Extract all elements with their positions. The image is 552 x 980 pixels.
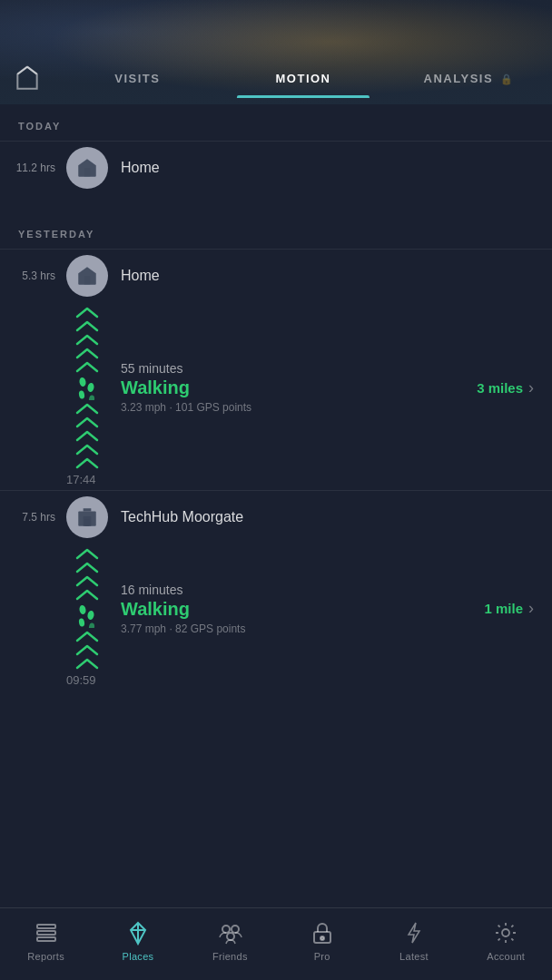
footprint-icon [74, 601, 100, 630]
activity-distance: 1 mile [484, 601, 523, 616]
svg-point-11 [88, 622, 94, 628]
svg-point-9 [87, 610, 95, 620]
tab-motion[interactable]: MOTION [221, 72, 387, 98]
nav-label-places: Places [123, 951, 154, 962]
footprint-icon [74, 373, 100, 402]
activity-details: 3.77 mph · 82 GPS points [121, 622, 484, 635]
stack-icon [33, 919, 60, 946]
visit-duration: 11.2 hrs [14, 162, 66, 174]
friends-icon [216, 919, 243, 946]
place-name: TechHub Moorgate [121, 509, 243, 525]
svg-point-3 [87, 382, 95, 392]
nav-label-pro: Pro [314, 951, 330, 962]
svg-point-8 [79, 604, 87, 614]
main-content: TODAY 11.2 hrs Home YESTERDAY 5.3 hrs Ho… [0, 104, 552, 907]
nav-label-latest: Latest [399, 951, 429, 962]
upper-chevrons [74, 547, 100, 601]
activity-type: Walking [121, 599, 484, 620]
activity-info: 55 minutes Walking 3.23 mph · 101 GPS po… [108, 306, 477, 469]
activity-type: Walking [121, 377, 477, 398]
svg-point-22 [502, 929, 509, 936]
nav-item-reports[interactable]: Reports [15, 919, 78, 962]
lower-chevrons [74, 402, 100, 469]
place-name: Home [121, 160, 160, 176]
nav-label-reports: Reports [27, 951, 64, 962]
place-icon [66, 496, 108, 538]
svg-line-1 [27, 67, 37, 74]
svg-point-4 [78, 390, 84, 399]
activity-info: 16 minutes Walking 3.77 mph · 82 GPS poi… [108, 547, 484, 670]
activity-details: 3.23 mph · 101 GPS points [121, 401, 477, 414]
motion-segment[interactable]: 16 minutes Walking 3.77 mph · 82 GPS poi… [0, 547, 552, 670]
timestamp-row: 17:44 [0, 469, 552, 490]
svg-point-2 [79, 377, 87, 387]
nav-item-places[interactable]: Places [106, 919, 170, 962]
gear-icon [492, 919, 519, 946]
svg-point-10 [78, 618, 84, 627]
svg-point-17 [222, 926, 230, 933]
section-today-header: TODAY [0, 104, 552, 141]
place-icon [66, 147, 108, 189]
chevrons-column [66, 306, 108, 469]
section-yesterday-header: YESTERDAY [0, 212, 552, 249]
motion-segment[interactable]: 55 minutes Walking 3.23 mph · 101 GPS po… [0, 306, 552, 469]
activity-right: 3 miles › [477, 306, 534, 469]
logo-icon [0, 64, 54, 104]
svg-rect-13 [37, 931, 55, 935]
visit-row: 11.2 hrs Home [0, 141, 552, 198]
visit-row: 5.3 hrs Home [0, 249, 552, 306]
svg-point-19 [227, 933, 234, 940]
visit-duration: 7.5 hrs [14, 511, 66, 524]
location-icon [124, 919, 152, 946]
bottom-nav: Reports Places Friends [0, 907, 552, 980]
upper-chevrons [74, 306, 100, 373]
lower-chevrons [74, 630, 100, 670]
place-icon [66, 255, 108, 297]
nav-item-pro[interactable]: Pro [291, 919, 354, 962]
lock-icon: 🔒 [500, 74, 515, 84]
nav-item-account[interactable]: Account [474, 919, 537, 962]
activity-distance: 3 miles [477, 380, 523, 396]
timestamp-row: 09:59 [0, 670, 552, 691]
visit-row: 7.5 hrs TechHub Moorgate [0, 490, 552, 547]
svg-point-21 [320, 936, 324, 940]
place-name: Home [121, 268, 160, 284]
visit-duration: 5.3 hrs [14, 270, 66, 282]
activity-right: 1 mile › [484, 547, 534, 670]
nav-item-friends[interactable]: Friends [198, 919, 261, 962]
svg-rect-7 [85, 519, 89, 526]
chevrons-column [66, 547, 108, 670]
activity-duration: 55 minutes [121, 361, 477, 376]
svg-rect-12 [37, 925, 55, 928]
nav-label-friends: Friends [212, 951, 248, 962]
tab-analysis[interactable]: ANALYSIS 🔒 [386, 72, 552, 98]
nav-item-latest[interactable]: Latest [382, 919, 446, 962]
svg-line-0 [17, 67, 27, 74]
tab-bar: VISITS MOTION ANALYSIS 🔒 [0, 64, 552, 104]
chevron-right-icon: › [528, 378, 534, 397]
nav-label-account: Account [487, 951, 525, 962]
svg-rect-14 [37, 937, 55, 941]
bolt-icon [400, 919, 428, 946]
svg-point-5 [88, 395, 94, 400]
header: VISITS MOTION ANALYSIS 🔒 [0, 0, 552, 104]
chevron-right-icon: › [528, 599, 534, 618]
activity-duration: 16 minutes [121, 583, 484, 597]
svg-point-18 [232, 926, 239, 933]
tab-visits[interactable]: VISITS [54, 72, 221, 98]
pro-lock-icon [309, 919, 336, 946]
